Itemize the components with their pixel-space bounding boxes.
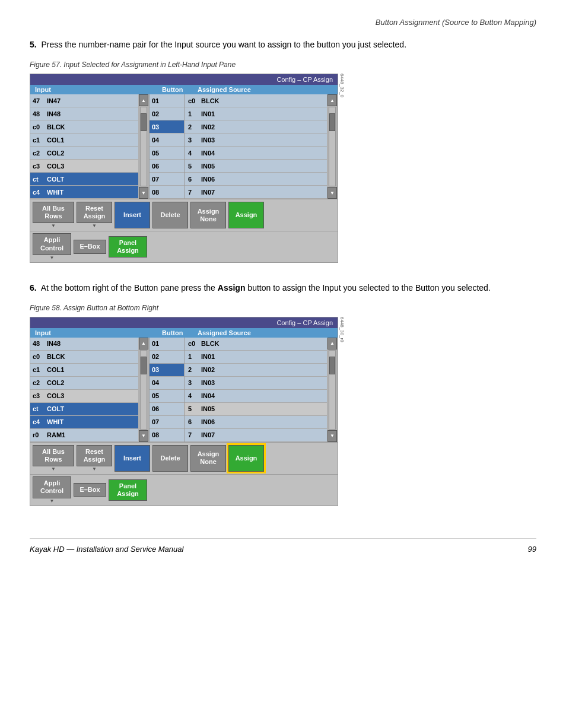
- scroll-up-btn-58[interactable]: ▲: [139, 338, 148, 349]
- table-row[interactable]: c4WHIT: [30, 416, 138, 429]
- table-row[interactable]: c3COL3: [30, 390, 138, 403]
- all-bus-rows-btn-58[interactable]: All Bus Rows: [33, 445, 74, 466]
- table-row[interactable]: 02: [150, 107, 184, 120]
- table-row[interactable]: c3COL3: [30, 160, 138, 173]
- figure57-panel-wrapper: Config – CP Assign Input Button Assigned…: [30, 74, 536, 277]
- assigned-pane-57: c0BLCK 1IN01 2IN02 3IN03 4IN04 5IN05 6IN…: [185, 94, 327, 199]
- table-row[interactable]: c4WHIT: [30, 186, 138, 199]
- insert-btn-58[interactable]: Insert: [115, 445, 150, 472]
- input-pane-58: 48IN48 c0BLCK c1COL1 c2COL2 c3COL3 ctCOL…: [30, 338, 138, 442]
- scroll-down-btn[interactable]: ▼: [139, 187, 148, 199]
- figure58-panel: Config – CP Assign Input Button Assigned…: [30, 317, 338, 506]
- delete-btn-58[interactable]: Delete: [152, 445, 188, 472]
- table-row[interactable]: 07: [150, 173, 184, 186]
- ebox-btn-57[interactable]: E–Box: [74, 240, 106, 253]
- table-row: c0BLCK: [185, 94, 327, 107]
- table-row[interactable]: 04: [150, 133, 184, 147]
- table-row: 3IN03: [185, 133, 327, 147]
- table-row[interactable]: 01: [150, 94, 184, 107]
- table-row[interactable]: 05: [150, 147, 184, 160]
- table-row: 7IN07: [185, 429, 327, 442]
- table-row[interactable]: c0BLCK: [30, 120, 138, 133]
- table-row[interactable]: 04: [150, 377, 184, 390]
- panel57-title: Config – CP Assign: [30, 74, 338, 85]
- table-row[interactable]: c1COL1: [30, 133, 138, 147]
- table-row: 5IN05: [185, 403, 327, 416]
- figure57-side-label: 6448_32_0: [338, 74, 345, 277]
- table-row[interactable]: 07: [150, 416, 184, 429]
- table-row[interactable]: 06: [150, 160, 184, 173]
- table-row[interactable]: ctCOLT: [30, 173, 138, 186]
- all-bus-rows-btn-57[interactable]: All Bus Rows: [33, 202, 74, 223]
- panel57-bottom: Appli Control ▼ E–Box Panel Assign: [30, 231, 338, 262]
- table-row[interactable]: ctCOLT: [30, 403, 138, 416]
- table-row[interactable]: 48IN48: [30, 338, 138, 351]
- assign-none-btn-58[interactable]: Assign None: [190, 445, 226, 472]
- figure57-caption: Figure 57. Input Selected for Assignment…: [30, 61, 536, 69]
- table-row: c0BLCK: [185, 338, 327, 351]
- step6-after: button to assign the Input you selected …: [245, 283, 490, 293]
- scroll-thumb-right-58: [329, 357, 335, 374]
- scroll-up-right-58[interactable]: ▲: [327, 338, 337, 349]
- table-row: 2IN02: [185, 364, 327, 377]
- assign-btn-57[interactable]: Assign: [228, 202, 264, 228]
- reset-assign-arrow-58: ▼: [92, 466, 97, 472]
- table-row[interactable]: 06: [150, 403, 184, 416]
- table-row[interactable]: r0RAM1: [30, 429, 138, 442]
- scroll-down-right-58[interactable]: ▼: [327, 430, 337, 442]
- panel-assign-btn-58[interactable]: Panel Assign: [109, 479, 147, 501]
- table-row[interactable]: c2COL2: [30, 377, 138, 390]
- appli-control-arrow: ▼: [50, 255, 55, 260]
- header-assigned: Assigned Source: [195, 86, 338, 93]
- appli-control-btn-58[interactable]: Appli Control: [33, 476, 71, 498]
- chapter-title: Button Assignment (Source to Button Mapp…: [376, 18, 536, 27]
- header-button: Button: [160, 86, 195, 93]
- table-row[interactable]: 05: [150, 390, 184, 403]
- insert-btn-57[interactable]: Insert: [115, 202, 150, 228]
- table-row[interactable]: 01: [150, 338, 184, 351]
- scroll-track: [140, 107, 147, 186]
- table-row[interactable]: 03: [150, 364, 184, 377]
- assign-btn-58[interactable]: Assign: [228, 445, 264, 472]
- assigned-scrollbar-57: ▲ ▼: [327, 94, 338, 199]
- page-header: Button Assignment (Source to Button Mapp…: [30, 18, 536, 27]
- scroll-track-right-58: [329, 350, 336, 430]
- panel-assign-btn-57[interactable]: Panel Assign: [109, 236, 147, 257]
- table-row[interactable]: 08: [150, 186, 184, 199]
- assign-none-btn-57[interactable]: Assign None: [190, 202, 226, 228]
- table-row[interactable]: c1COL1: [30, 364, 138, 377]
- footer-right: 99: [528, 545, 536, 554]
- scroll-down-btn-right[interactable]: ▼: [327, 187, 337, 199]
- table-row[interactable]: c2COL2: [30, 147, 138, 160]
- scroll-up-btn[interactable]: ▲: [139, 94, 148, 106]
- step5-content: Press the number-name pair for the Input…: [41, 40, 406, 49]
- appli-control-btn-57[interactable]: Appli Control: [33, 233, 71, 255]
- step6-bold: Assign: [218, 283, 246, 293]
- table-row: 4IN04: [185, 390, 327, 403]
- panel57-body: 47IN47 48IN48 c0BLCK c1COL1 c2COL2 c3COL…: [30, 94, 338, 199]
- table-row: 6IN06: [185, 416, 327, 429]
- delete-btn-57[interactable]: Delete: [152, 202, 188, 228]
- table-row[interactable]: 47IN47: [30, 94, 138, 107]
- panel57-footer: All Bus Rows ▼ Reset Assign ▼ Insert Del…: [30, 199, 338, 231]
- scroll-up-btn-right[interactable]: ▲: [327, 94, 337, 106]
- ebox-btn-58[interactable]: E–Box: [74, 483, 106, 497]
- header-input: Input: [30, 86, 149, 93]
- table-row: 5IN05: [185, 160, 327, 173]
- scroll-down-btn-58[interactable]: ▼: [139, 430, 148, 442]
- table-row[interactable]: c0BLCK: [30, 351, 138, 364]
- table-row: 4IN04: [185, 147, 327, 160]
- header-assigned-58: Assigned Source: [195, 329, 338, 336]
- table-row[interactable]: 03: [150, 120, 184, 133]
- table-row[interactable]: 08: [150, 429, 184, 442]
- reset-assign-btn-58[interactable]: Reset Assign: [77, 445, 112, 466]
- panel58-body: 48IN48 c0BLCK c1COL1 c2COL2 c3COL3 ctCOL…: [30, 338, 338, 442]
- panel58-footer: All Bus Rows ▼ Reset Assign ▼ Insert Del…: [30, 442, 338, 474]
- reset-assign-btn-57[interactable]: Reset Assign: [77, 202, 112, 223]
- assigned-scrollbar-58: ▲ ▼: [327, 338, 338, 442]
- scroll-thumb-right: [329, 113, 335, 131]
- table-row[interactable]: 02: [150, 351, 184, 364]
- assigned-pane-58: c0BLCK 1IN01 2IN02 3IN03 4IN04 5IN05 6IN…: [185, 338, 327, 442]
- table-row: 2IN02: [185, 120, 327, 133]
- table-row[interactable]: 48IN48: [30, 107, 138, 120]
